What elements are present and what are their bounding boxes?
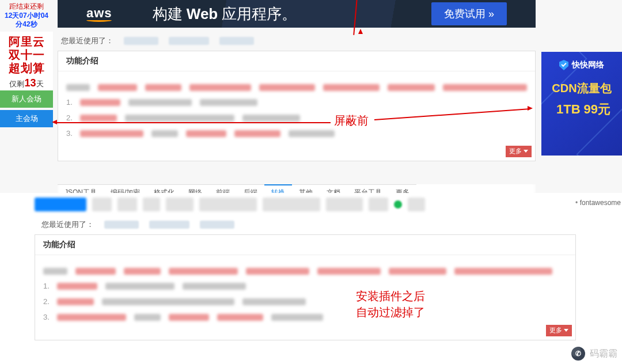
main-content-before: 您最近使用了： 功能介绍 1. — [58, 33, 536, 161]
countdown-label: 距结束还剩 — [1, 2, 52, 12]
blurred-text — [388, 84, 435, 91]
aws-banner-ad[interactable]: aws 构建 Web 应用程序。 免费试用 » — [58, 0, 536, 28]
blurred-text — [105, 283, 175, 290]
more-button[interactable]: 更多 — [506, 146, 532, 157]
aws-banner-title: 构建 Web 应用程序。 — [153, 4, 297, 24]
toolbar-item[interactable] — [117, 198, 137, 211]
blurred-text — [189, 84, 251, 91]
promo-line1: 阿里云 — [1, 35, 52, 48]
recent-item[interactable] — [124, 37, 158, 45]
cdn-brand: 快快网络 — [545, 60, 619, 70]
promo-remain: 仅剩13天 — [1, 77, 52, 89]
blurred-text — [98, 84, 137, 91]
blurred-text — [169, 314, 209, 321]
blurred-text — [75, 268, 116, 275]
promo-line2: 双十一 — [1, 48, 52, 62]
blurred-text — [57, 314, 126, 321]
recent-item[interactable] — [219, 37, 254, 45]
left-ad-sidebar: 距结束还剩 12天07小时04分42秒 阿里云 双十一 超划算 仅剩13天 新人… — [0, 0, 53, 127]
toolbar-item[interactable] — [92, 198, 112, 211]
blurred-text — [125, 115, 234, 122]
recent-item[interactable] — [200, 221, 234, 229]
watermark: ✆ 码霸霸 — [571, 347, 617, 361]
aws-cta-button[interactable]: 免费试用 » — [431, 2, 507, 25]
blurred-text — [80, 99, 120, 106]
promo-line3: 超划算 — [1, 62, 52, 75]
feature-card: 功能介绍 1. — [35, 234, 576, 340]
recent-item[interactable] — [169, 37, 209, 45]
blurred-text — [186, 130, 226, 137]
cdn-ad[interactable]: 快快网络 CDN流量包 1TB99元 — [541, 52, 622, 156]
toolbar-item[interactable] — [326, 198, 363, 211]
blurred-text — [80, 130, 143, 137]
shield-icon — [559, 60, 568, 70]
wechat-icon: ✆ — [571, 347, 585, 361]
cdn-line1: CDN流量包 — [545, 81, 619, 96]
blurred-text — [389, 268, 446, 275]
blurred-text — [317, 268, 381, 275]
toolbar-active[interactable] — [35, 198, 86, 211]
blurred-text — [454, 268, 552, 275]
feature-card-body: 1. 2. 3. — [35, 255, 575, 340]
blurred-text — [128, 99, 192, 106]
fontawesome-link[interactable]: fontawesome — [575, 199, 621, 207]
toolbar-item[interactable] — [408, 198, 425, 211]
feature-card-title: 功能介绍 — [35, 235, 575, 255]
blurred-text — [124, 268, 161, 275]
recently-used-row: 您最近使用了： — [61, 36, 536, 46]
blurred-text — [43, 268, 67, 275]
blurred-text — [234, 130, 280, 137]
blurred-text — [66, 84, 90, 91]
blurred-text — [183, 283, 246, 290]
countdown-time: 12天07小时04分42秒 — [1, 12, 52, 29]
blurred-text — [57, 283, 97, 290]
blurred-text — [242, 115, 300, 122]
more-button[interactable]: 更多 — [546, 325, 572, 336]
blurred-text — [134, 314, 161, 321]
main-hall-button[interactable]: 主会场 — [0, 110, 53, 127]
blurred-text — [102, 298, 234, 305]
blurred-text — [271, 314, 323, 321]
blurred-text — [242, 298, 306, 305]
chevron-down-icon — [524, 150, 528, 153]
blurred-text — [169, 268, 238, 275]
feature-card-title: 功能介绍 — [58, 51, 535, 71]
feature-card-body: 1. 2. 3. — [58, 71, 535, 161]
blurred-text — [217, 314, 263, 321]
toolbar-item[interactable] — [143, 198, 160, 211]
countdown-box: 距结束还剩 12天07小时04分42秒 — [0, 0, 53, 32]
new-user-hall-button[interactable]: 新人会场 — [0, 90, 53, 108]
recent-label: 您最近使用了： — [41, 219, 94, 230]
blurred-text — [259, 84, 316, 91]
chevron-down-icon — [564, 329, 568, 332]
blurred-text — [246, 268, 309, 275]
blurred-text — [323, 84, 380, 91]
toolbar-item[interactable] — [166, 198, 194, 211]
watermark-text: 码霸霸 — [590, 348, 617, 360]
sub-toolbar — [35, 196, 576, 213]
aliyun-promo[interactable]: 阿里云 双十一 超划算 仅剩13天 — [0, 32, 53, 90]
annotation-after: 安装插件之后 自动过滤掉了 — [356, 288, 425, 320]
recent-label: 您最近使用了： — [61, 36, 113, 46]
blurred-text — [443, 84, 527, 91]
toolbar-item[interactable] — [199, 198, 257, 211]
aws-logo: aws — [86, 6, 112, 22]
recent-item[interactable] — [149, 221, 189, 229]
blurred-text — [80, 115, 117, 122]
recent-item[interactable] — [104, 221, 139, 229]
blurred-text — [145, 84, 181, 91]
feature-card: 功能介绍 1. — [58, 51, 536, 161]
blurred-text — [289, 130, 335, 137]
cdn-line2: 1TB99元 — [545, 101, 619, 118]
toolbar-item[interactable] — [263, 198, 320, 211]
blurred-text — [200, 99, 257, 106]
status-dot-icon — [394, 200, 402, 208]
blurred-text — [57, 298, 94, 305]
recently-used-row: 您最近使用了： — [41, 219, 234, 230]
blurred-text — [151, 130, 178, 137]
toolbar-item[interactable] — [369, 198, 388, 211]
